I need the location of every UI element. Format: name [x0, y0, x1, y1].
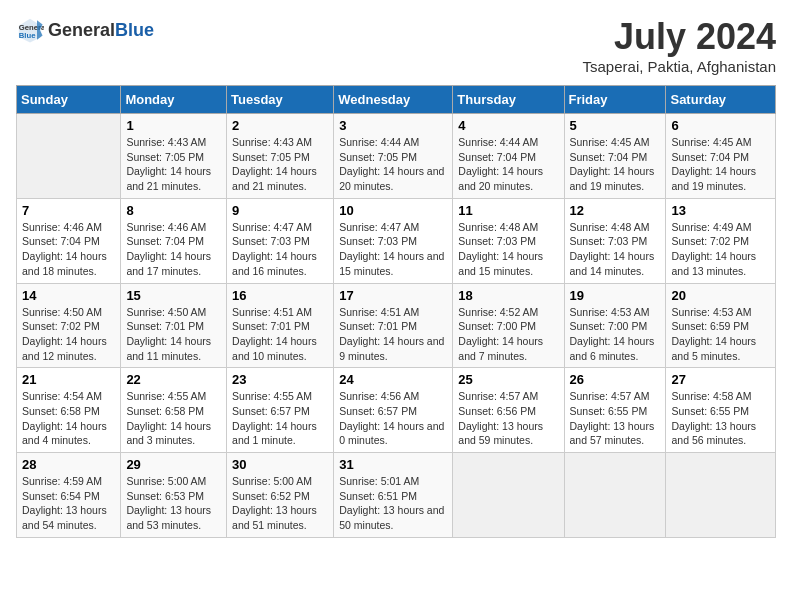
- day-info: Sunrise: 4:56 AMSunset: 6:57 PMDaylight:…: [339, 390, 444, 446]
- svg-text:Blue: Blue: [19, 31, 36, 40]
- page-header: General Blue General Blue July 2024 Tsap…: [16, 16, 776, 75]
- day-info: Sunrise: 4:45 AMSunset: 7:04 PMDaylight:…: [570, 136, 655, 192]
- day-info: Sunrise: 4:46 AMSunset: 7:04 PMDaylight:…: [126, 221, 211, 277]
- calendar-cell: 19 Sunrise: 4:53 AMSunset: 7:00 PMDaylig…: [564, 283, 666, 368]
- day-info: Sunrise: 4:49 AMSunset: 7:02 PMDaylight:…: [671, 221, 756, 277]
- day-number: 3: [339, 118, 447, 133]
- calendar-cell: [453, 453, 564, 538]
- day-number: 13: [671, 203, 770, 218]
- calendar-cell: 21 Sunrise: 4:54 AMSunset: 6:58 PMDaylig…: [17, 368, 121, 453]
- day-info: Sunrise: 4:48 AMSunset: 7:03 PMDaylight:…: [570, 221, 655, 277]
- calendar-cell: 8 Sunrise: 4:46 AMSunset: 7:04 PMDayligh…: [121, 198, 227, 283]
- day-number: 12: [570, 203, 661, 218]
- day-info: Sunrise: 4:43 AMSunset: 7:05 PMDaylight:…: [126, 136, 211, 192]
- weekday-header-monday: Monday: [121, 86, 227, 114]
- day-number: 26: [570, 372, 661, 387]
- calendar-cell: 15 Sunrise: 4:50 AMSunset: 7:01 PMDaylig…: [121, 283, 227, 368]
- day-info: Sunrise: 4:47 AMSunset: 7:03 PMDaylight:…: [232, 221, 317, 277]
- day-number: 21: [22, 372, 115, 387]
- day-number: 25: [458, 372, 558, 387]
- calendar-cell: 31 Sunrise: 5:01 AMSunset: 6:51 PMDaylig…: [334, 453, 453, 538]
- day-info: Sunrise: 4:50 AMSunset: 7:01 PMDaylight:…: [126, 306, 211, 362]
- weekday-header-tuesday: Tuesday: [227, 86, 334, 114]
- calendar-cell: 12 Sunrise: 4:48 AMSunset: 7:03 PMDaylig…: [564, 198, 666, 283]
- calendar-cell: 23 Sunrise: 4:55 AMSunset: 6:57 PMDaylig…: [227, 368, 334, 453]
- day-number: 24: [339, 372, 447, 387]
- logo-blue-text: Blue: [115, 20, 154, 41]
- day-number: 16: [232, 288, 328, 303]
- day-number: 27: [671, 372, 770, 387]
- day-number: 22: [126, 372, 221, 387]
- calendar-cell: 29 Sunrise: 5:00 AMSunset: 6:53 PMDaylig…: [121, 453, 227, 538]
- day-number: 30: [232, 457, 328, 472]
- day-number: 10: [339, 203, 447, 218]
- calendar-cell: [564, 453, 666, 538]
- day-number: 23: [232, 372, 328, 387]
- day-number: 31: [339, 457, 447, 472]
- calendar-cell: 20 Sunrise: 4:53 AMSunset: 6:59 PMDaylig…: [666, 283, 776, 368]
- calendar-week-1: 7 Sunrise: 4:46 AMSunset: 7:04 PMDayligh…: [17, 198, 776, 283]
- day-number: 14: [22, 288, 115, 303]
- day-info: Sunrise: 4:47 AMSunset: 7:03 PMDaylight:…: [339, 221, 444, 277]
- calendar-cell: 10 Sunrise: 4:47 AMSunset: 7:03 PMDaylig…: [334, 198, 453, 283]
- day-number: 18: [458, 288, 558, 303]
- calendar-week-0: 1 Sunrise: 4:43 AMSunset: 7:05 PMDayligh…: [17, 114, 776, 199]
- calendar-body: 1 Sunrise: 4:43 AMSunset: 7:05 PMDayligh…: [17, 114, 776, 538]
- calendar-week-3: 21 Sunrise: 4:54 AMSunset: 6:58 PMDaylig…: [17, 368, 776, 453]
- calendar-cell: 7 Sunrise: 4:46 AMSunset: 7:04 PMDayligh…: [17, 198, 121, 283]
- day-number: 19: [570, 288, 661, 303]
- day-info: Sunrise: 4:51 AMSunset: 7:01 PMDaylight:…: [232, 306, 317, 362]
- calendar-table: SundayMondayTuesdayWednesdayThursdayFrid…: [16, 85, 776, 538]
- weekday-header-saturday: Saturday: [666, 86, 776, 114]
- day-number: 5: [570, 118, 661, 133]
- day-info: Sunrise: 4:58 AMSunset: 6:55 PMDaylight:…: [671, 390, 756, 446]
- day-info: Sunrise: 5:00 AMSunset: 6:53 PMDaylight:…: [126, 475, 211, 531]
- day-info: Sunrise: 4:44 AMSunset: 7:05 PMDaylight:…: [339, 136, 444, 192]
- day-info: Sunrise: 4:53 AMSunset: 6:59 PMDaylight:…: [671, 306, 756, 362]
- calendar-week-2: 14 Sunrise: 4:50 AMSunset: 7:02 PMDaylig…: [17, 283, 776, 368]
- day-number: 17: [339, 288, 447, 303]
- day-info: Sunrise: 4:53 AMSunset: 7:00 PMDaylight:…: [570, 306, 655, 362]
- day-info: Sunrise: 4:57 AMSunset: 6:56 PMDaylight:…: [458, 390, 543, 446]
- weekday-header-thursday: Thursday: [453, 86, 564, 114]
- day-info: Sunrise: 4:50 AMSunset: 7:02 PMDaylight:…: [22, 306, 107, 362]
- calendar-cell: 16 Sunrise: 4:51 AMSunset: 7:01 PMDaylig…: [227, 283, 334, 368]
- calendar-cell: 2 Sunrise: 4:43 AMSunset: 7:05 PMDayligh…: [227, 114, 334, 199]
- day-number: 7: [22, 203, 115, 218]
- day-number: 1: [126, 118, 221, 133]
- calendar-cell: 25 Sunrise: 4:57 AMSunset: 6:56 PMDaylig…: [453, 368, 564, 453]
- calendar-cell: 5 Sunrise: 4:45 AMSunset: 7:04 PMDayligh…: [564, 114, 666, 199]
- day-info: Sunrise: 4:55 AMSunset: 6:58 PMDaylight:…: [126, 390, 211, 446]
- day-info: Sunrise: 4:55 AMSunset: 6:57 PMDaylight:…: [232, 390, 317, 446]
- weekday-header-friday: Friday: [564, 86, 666, 114]
- day-number: 20: [671, 288, 770, 303]
- day-info: Sunrise: 4:44 AMSunset: 7:04 PMDaylight:…: [458, 136, 543, 192]
- calendar-cell: 27 Sunrise: 4:58 AMSunset: 6:55 PMDaylig…: [666, 368, 776, 453]
- day-number: 4: [458, 118, 558, 133]
- day-info: Sunrise: 4:46 AMSunset: 7:04 PMDaylight:…: [22, 221, 107, 277]
- calendar-cell: 26 Sunrise: 4:57 AMSunset: 6:55 PMDaylig…: [564, 368, 666, 453]
- calendar-cell: 14 Sunrise: 4:50 AMSunset: 7:02 PMDaylig…: [17, 283, 121, 368]
- day-number: 2: [232, 118, 328, 133]
- main-title: July 2024: [583, 16, 776, 58]
- day-number: 9: [232, 203, 328, 218]
- logo: General Blue General Blue: [16, 16, 154, 44]
- header-row: SundayMondayTuesdayWednesdayThursdayFrid…: [17, 86, 776, 114]
- calendar-cell: 28 Sunrise: 4:59 AMSunset: 6:54 PMDaylig…: [17, 453, 121, 538]
- calendar-cell: 1 Sunrise: 4:43 AMSunset: 7:05 PMDayligh…: [121, 114, 227, 199]
- day-info: Sunrise: 4:54 AMSunset: 6:58 PMDaylight:…: [22, 390, 107, 446]
- day-info: Sunrise: 4:57 AMSunset: 6:55 PMDaylight:…: [570, 390, 655, 446]
- calendar-cell: 6 Sunrise: 4:45 AMSunset: 7:04 PMDayligh…: [666, 114, 776, 199]
- day-info: Sunrise: 4:48 AMSunset: 7:03 PMDaylight:…: [458, 221, 543, 277]
- calendar-cell: 9 Sunrise: 4:47 AMSunset: 7:03 PMDayligh…: [227, 198, 334, 283]
- calendar-week-4: 28 Sunrise: 4:59 AMSunset: 6:54 PMDaylig…: [17, 453, 776, 538]
- logo-icon: General Blue: [16, 16, 44, 44]
- subtitle: Tsaperai, Paktia, Afghanistan: [583, 58, 776, 75]
- calendar-cell: 22 Sunrise: 4:55 AMSunset: 6:58 PMDaylig…: [121, 368, 227, 453]
- day-info: Sunrise: 4:59 AMSunset: 6:54 PMDaylight:…: [22, 475, 107, 531]
- weekday-header-sunday: Sunday: [17, 86, 121, 114]
- day-number: 11: [458, 203, 558, 218]
- day-info: Sunrise: 4:52 AMSunset: 7:00 PMDaylight:…: [458, 306, 543, 362]
- day-number: 6: [671, 118, 770, 133]
- calendar-cell: 11 Sunrise: 4:48 AMSunset: 7:03 PMDaylig…: [453, 198, 564, 283]
